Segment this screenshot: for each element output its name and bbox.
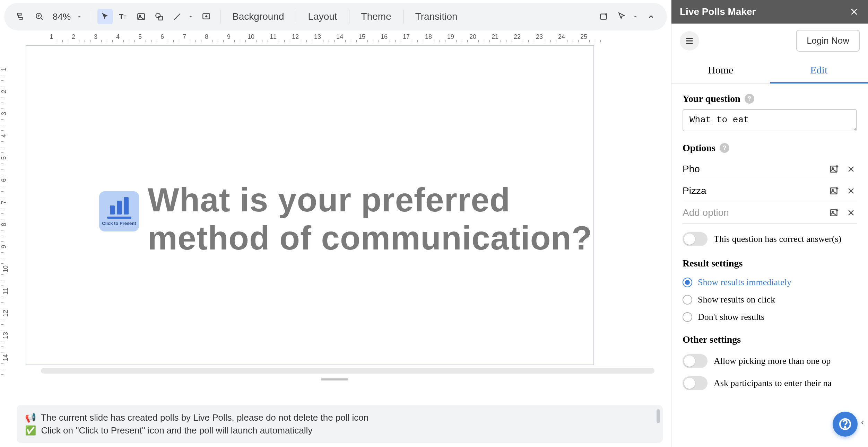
shape-tool-icon[interactable] bbox=[151, 9, 167, 24]
options-help-icon[interactable]: ? bbox=[720, 143, 729, 153]
slide-scroll-area[interactable]: Click to Present What is your preferred … bbox=[6, 45, 671, 401]
ruler-h-tick: 22 bbox=[514, 33, 521, 41]
pointer-dropdown-caret[interactable] bbox=[632, 14, 641, 20]
zoom-control[interactable]: 84% bbox=[32, 9, 85, 24]
svg-line-10 bbox=[174, 14, 180, 19]
zoom-dropdown-caret[interactable] bbox=[76, 14, 85, 20]
ask-name-toggle[interactable] bbox=[683, 376, 708, 390]
add-image-icon[interactable] bbox=[828, 163, 840, 175]
sidebar-content: Your question ? Options ? bbox=[671, 84, 868, 447]
poll-widget[interactable]: Click to Present bbox=[99, 191, 139, 231]
question-help-icon[interactable]: ? bbox=[745, 94, 754, 104]
text-tool-icon[interactable]: TT bbox=[115, 9, 131, 24]
radio-immediately[interactable]: Show results immediately bbox=[683, 274, 857, 291]
slide-title-text[interactable]: What is your preferred method of communi… bbox=[148, 181, 593, 257]
paint-format-icon[interactable] bbox=[12, 9, 28, 24]
radio-icon bbox=[683, 295, 692, 305]
remove-option-icon[interactable] bbox=[845, 185, 857, 197]
ruler-h-tick: 4 bbox=[116, 33, 120, 41]
tab-edit[interactable]: Edit bbox=[770, 58, 868, 84]
comment-tool-icon[interactable] bbox=[199, 9, 214, 24]
correct-answer-label: This question has correct answer(s) bbox=[714, 234, 841, 244]
option-input-1[interactable] bbox=[683, 185, 824, 196]
ruler-h-tick: 8 bbox=[205, 33, 208, 41]
theme-button[interactable]: Theme bbox=[356, 8, 397, 26]
image-tool-icon[interactable] bbox=[133, 9, 149, 24]
line-dropdown-caret[interactable] bbox=[188, 14, 196, 20]
result-settings-text: Result settings bbox=[683, 258, 743, 269]
ruler-h-tick: 13 bbox=[314, 33, 321, 41]
ruler-h-tick: 23 bbox=[536, 33, 543, 41]
toolbar-divider bbox=[296, 10, 296, 24]
radio-icon bbox=[683, 278, 692, 287]
insert-image-icon[interactable] bbox=[596, 9, 611, 24]
line-tool-icon[interactable] bbox=[170, 9, 185, 24]
remove-option-icon[interactable] bbox=[845, 163, 857, 175]
add-image-icon[interactable] bbox=[828, 207, 840, 219]
toolbar-divider bbox=[403, 10, 403, 24]
ruler-h-tick: 2 bbox=[72, 33, 75, 41]
notes-resize-handle[interactable] bbox=[321, 378, 348, 380]
ruler-h-tick: 5 bbox=[138, 33, 142, 41]
allow-multi-toggle-row: Allow picking more than one op bbox=[683, 350, 857, 372]
notes-scrollbar[interactable] bbox=[657, 409, 660, 423]
speaker-notes-panel[interactable]: 📢 The current slide has created polls by… bbox=[17, 405, 663, 443]
options-section-label: Options ? bbox=[683, 142, 857, 154]
ruler-h-tick: 19 bbox=[447, 33, 454, 41]
svg-line-1 bbox=[41, 18, 43, 20]
allow-multi-toggle[interactable] bbox=[683, 354, 708, 368]
help-fab-button[interactable] bbox=[833, 412, 858, 437]
radio-icon bbox=[683, 312, 692, 322]
radio-label-dont-show: Don't show results bbox=[698, 312, 764, 322]
notes-text-2: Click on "Click to Present" icon and the… bbox=[41, 425, 312, 436]
slide-canvas[interactable]: Click to Present What is your preferred … bbox=[26, 45, 594, 365]
ruler-h-tick: 6 bbox=[160, 33, 164, 41]
sidebar-top-bar: Login Now bbox=[671, 24, 868, 58]
transition-button[interactable]: Transition bbox=[410, 8, 463, 26]
question-section-label: Your question ? bbox=[683, 93, 857, 104]
zoom-icon[interactable] bbox=[32, 9, 47, 24]
svg-rect-9 bbox=[159, 16, 163, 20]
horizontal-scrollbar[interactable] bbox=[41, 368, 654, 374]
megaphone-icon: 📢 bbox=[25, 412, 36, 423]
question-input[interactable] bbox=[683, 109, 857, 131]
hamburger-menu-button[interactable] bbox=[680, 31, 699, 51]
canvas-wrapper: 1234567891011121314 Click to Present Wha… bbox=[0, 45, 671, 401]
add-option-input[interactable] bbox=[683, 207, 824, 218]
ruler-h-tick: 10 bbox=[248, 33, 254, 41]
main-editor-area: 84% TT Background Layout bbox=[0, 0, 671, 447]
question-label-text: Your question bbox=[683, 93, 740, 104]
add-option-row bbox=[683, 202, 857, 224]
radio-dont-show[interactable]: Don't show results bbox=[683, 308, 857, 326]
login-button[interactable]: Login Now bbox=[796, 30, 860, 52]
pointer-options-icon[interactable] bbox=[614, 9, 630, 24]
other-settings-text: Other settings bbox=[683, 334, 741, 345]
options-label-text: Options bbox=[683, 142, 715, 154]
radio-on-click[interactable]: Show results on click bbox=[683, 291, 857, 308]
collapse-sidebar-icon[interactable] bbox=[858, 416, 867, 430]
option-input-0[interactable] bbox=[683, 164, 824, 175]
svg-text:T: T bbox=[119, 12, 123, 20]
sidebar-header: Live Polls Maker bbox=[671, 0, 868, 24]
remove-option-icon[interactable] bbox=[845, 207, 857, 219]
ruler-h-tick: 3 bbox=[94, 33, 97, 41]
correct-answer-toggle[interactable] bbox=[683, 232, 708, 246]
vertical-ruler: 1234567891011121314 bbox=[0, 45, 6, 401]
background-button[interactable]: Background bbox=[227, 8, 289, 26]
svg-text:T: T bbox=[123, 15, 127, 20]
add-image-icon[interactable] bbox=[828, 185, 840, 197]
radio-label-on-click: Show results on click bbox=[698, 295, 775, 305]
close-sidebar-button[interactable] bbox=[849, 6, 860, 17]
tab-home[interactable]: Home bbox=[671, 58, 770, 83]
toolbar-divider bbox=[220, 10, 220, 24]
notes-line-2: ✅ Click on "Click to Present" icon and t… bbox=[25, 424, 654, 437]
option-row bbox=[683, 158, 857, 180]
ruler-h-tick: 24 bbox=[558, 33, 565, 41]
select-tool-icon[interactable] bbox=[97, 9, 113, 24]
ruler-h-tick: 18 bbox=[425, 33, 432, 41]
option-row bbox=[683, 180, 857, 202]
layout-button[interactable]: Layout bbox=[302, 8, 342, 26]
radio-label-immediately: Show results immediately bbox=[698, 277, 791, 288]
collapse-toolbar-icon[interactable] bbox=[643, 9, 659, 24]
other-settings-label: Other settings bbox=[683, 334, 857, 345]
